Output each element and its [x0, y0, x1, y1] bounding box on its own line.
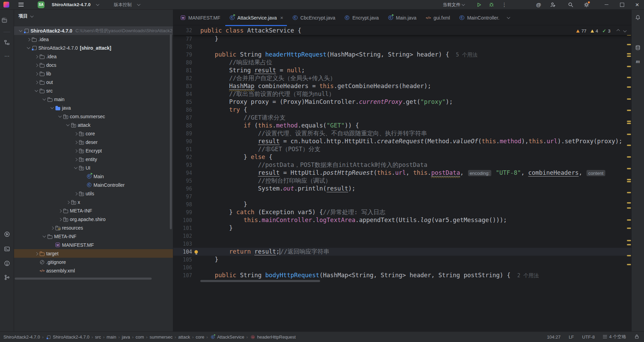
breadcrumb-item-main[interactable]: main	[106, 334, 116, 340]
tree-row-.idea[interactable]: .idea	[14, 35, 173, 44]
code-line[interactable]: 83 HashMap combineHeaders = this.getComb…	[173, 82, 632, 90]
project-panel-header[interactable]: 项目	[14, 9, 173, 23]
tree-row-utils[interactable]: utils	[14, 189, 173, 198]
tree-row-.gitignore[interactable]: .gitignore	[14, 258, 173, 266]
structure-tool-window-icon[interactable]	[1, 37, 12, 48]
tree-row-ShiroAttack2-4.7.0[interactable]: ShiroAttack2-4.7.0[shiro_attack]	[14, 44, 173, 52]
tree-row-META-INF[interactable]: META-INF	[14, 206, 173, 215]
tree-chevron-icon[interactable]	[49, 105, 55, 111]
tree-chevron-icon[interactable]	[73, 148, 78, 154]
problems-tool-window-icon[interactable]	[1, 258, 12, 269]
tree-row-org.apache.shiro[interactable]: org.apache.shiro	[14, 215, 173, 223]
code-line[interactable]: 98 }	[173, 200, 632, 208]
editor-horizontal-scrollbar[interactable]	[200, 280, 320, 282]
tab-AttackService.java[interactable]: CAttackService.java×	[225, 9, 288, 26]
run-configuration-selector[interactable]: 当前文件	[443, 2, 460, 8]
more-actions-icon[interactable]: ⋮	[500, 1, 508, 9]
code-line[interactable]: 87 //GET请求分支	[173, 114, 632, 122]
breadcrumb-item-summersec[interactable]: summersec	[150, 334, 173, 340]
code-with-me-icon[interactable]	[549, 1, 557, 9]
code-line[interactable]: 89 //设置代理、设置所有头、不自动跟随重定向、执行并转字符串	[173, 130, 632, 137]
tree-chevron-icon[interactable]	[73, 165, 78, 171]
window-maximize-button[interactable]	[618, 1, 626, 9]
code-line[interactable]: 106	[173, 264, 632, 271]
tab-close-icon[interactable]: ×	[280, 15, 283, 21]
database-tool-window-icon[interactable]	[632, 42, 643, 53]
tree-chevron-icon[interactable]	[34, 251, 39, 256]
inspections-widget[interactable]: 77 4 ✓ 3	[574, 28, 628, 34]
breadcrumb-item-com[interactable]: com	[136, 334, 144, 340]
code-line[interactable]: 81 String result = null;	[173, 66, 632, 74]
code-line[interactable]: 84 //取出当前设置的代理（可能为null）	[173, 90, 632, 98]
tree-row-com.summersec[interactable]: com.summersec	[14, 112, 173, 121]
code-area[interactable]: 77 }7879 public String headerHttpRequest…	[173, 35, 632, 279]
vcs-widget[interactable]: 版本控制	[114, 2, 131, 8]
tab-CbcEncrypt.java[interactable]: CCbcEncrypt.java	[288, 9, 340, 26]
tree-row-target[interactable]: target	[14, 249, 173, 258]
stripe-warning-mark[interactable]	[627, 264, 631, 265]
tree-row-ShiroAttack2-4.7.0[interactable]: ShiroAttack2-4.7.0C:\Users\奇怪的yasuo\Down…	[14, 26, 173, 35]
stripe-warning-mark[interactable]	[627, 240, 631, 241]
stripe-warning-mark[interactable]	[627, 56, 631, 57]
line-separator[interactable]: LF	[569, 334, 574, 340]
stripe-warning-mark[interactable]	[627, 192, 631, 193]
tab-MainController.[interactable]: CMainController.	[454, 9, 504, 26]
tree-row-docs[interactable]: docs	[14, 61, 173, 69]
indent-widget[interactable]: 4 个空格	[603, 334, 626, 340]
stripe-warning-mark[interactable]	[627, 156, 631, 158]
tree-chevron-icon[interactable]	[57, 208, 63, 213]
code-line[interactable]: 101 }	[173, 224, 632, 232]
breadcrumb-item-java[interactable]: java	[122, 334, 130, 340]
ai-assistant-icon[interactable]: @	[534, 1, 543, 9]
code-line[interactable]: 85 Proxy proxy = (Proxy)MainController.c…	[173, 98, 632, 106]
tab-gui.fxml[interactable]: </>gui.fxml	[421, 9, 454, 26]
breadcrumb-item-AttackService[interactable]: CAttackService	[210, 334, 244, 340]
code-line[interactable]: 93 //postData，POST数据来自initAttack时传入的post…	[173, 161, 632, 169]
breadcrumb-item-ShiroAttack2-4.7.0[interactable]: ShiroAttack2-4.7.0	[3, 334, 40, 340]
tree-row-src[interactable]: src	[14, 86, 173, 95]
code-line[interactable]: 79 public String headerHttpRequest(HashM…	[173, 51, 632, 59]
code-line[interactable]: 95 //控制台打印响应（调试）	[173, 177, 632, 185]
tree-row-assembly.xml[interactable]: </>assembly.xml	[14, 266, 173, 275]
stripe-warning-mark[interactable]	[627, 219, 631, 221]
code-line[interactable]: 97	[173, 193, 632, 200]
git-tool-window-icon[interactable]	[1, 272, 12, 283]
tab-Encrypt.java[interactable]: CEncrypt.java	[340, 9, 383, 26]
tree-row-main[interactable]: main	[14, 95, 173, 103]
tree-row-UI[interactable]: UI	[14, 163, 173, 172]
tree-chevron-icon[interactable]	[41, 234, 47, 239]
project-tool-window-icon[interactable]	[1, 17, 7, 23]
stripe-warning-mark[interactable]	[627, 255, 631, 256]
code-line[interactable]: 90 result = cn.hutool.http.HttpUtil.crea…	[173, 137, 632, 145]
stripe-warning-mark[interactable]	[627, 134, 631, 135]
tree-row-Encrypt[interactable]: Encrypt	[14, 146, 173, 155]
tree-chevron-icon[interactable]	[26, 45, 31, 51]
tree-row-java[interactable]: java	[14, 103, 173, 112]
code-line[interactable]: 102	[173, 232, 632, 240]
tree-chevron-icon[interactable]	[65, 199, 71, 205]
tab-MANIFEST.MF[interactable]: MMANIFEST.MF	[176, 9, 225, 26]
stripe-warning-mark[interactable]	[627, 244, 631, 245]
code-line[interactable]: 96 System.out.println(result);	[173, 185, 632, 193]
code-line[interactable]: 107 public String bodyHttpRequest(HashMa…	[173, 271, 632, 279]
tree-chevron-icon[interactable]	[34, 88, 39, 94]
stripe-warning-mark[interactable]	[627, 168, 631, 169]
tree-chevron-icon[interactable]	[57, 217, 63, 222]
tree-chevron-icon[interactable]	[41, 97, 47, 102]
code-line[interactable]: 88 if (this.method.equals("GET")) {	[173, 122, 632, 130]
tree-chevron-icon[interactable]	[34, 62, 39, 68]
breadcrumb-item-src[interactable]: src	[95, 334, 101, 340]
tree-row-resources[interactable]: resources	[14, 223, 173, 232]
stripe-warning-mark[interactable]	[627, 110, 631, 111]
more-tool-windows-icon[interactable]: ⋯	[1, 51, 12, 62]
stripe-warning-mark[interactable]	[627, 202, 631, 204]
stripe-warning-mark[interactable]	[627, 86, 631, 88]
tree-chevron-icon[interactable]	[49, 225, 55, 231]
stripe-warning-mark[interactable]	[627, 98, 631, 100]
readonly-lock-icon[interactable]	[634, 334, 639, 340]
stripe-warning-mark[interactable]	[627, 44, 631, 45]
settings-gear-icon[interactable]	[582, 1, 591, 9]
code-line[interactable]: 86 try {	[173, 106, 632, 114]
code-line[interactable]: 91 //非GET（POST）分支	[173, 145, 632, 153]
main-menu-icon[interactable]	[18, 3, 24, 7]
